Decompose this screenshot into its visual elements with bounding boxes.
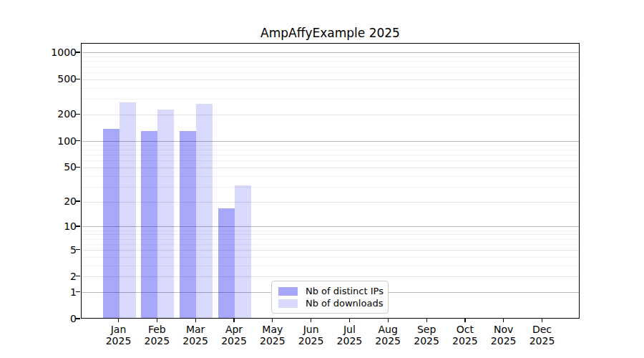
y-tick-label: 20 [0,195,77,207]
gridline [82,67,579,67]
bar-nb-of-distinct-ips-feb [141,131,157,318]
y-tick-mark [76,318,80,319]
x-tick-year: 2025 [519,335,565,347]
y-tick-mark [76,226,80,226]
y-tick-label: 5 [0,244,77,256]
y-tick-mark [76,200,80,201]
y-tick-label: 2 [0,271,77,282]
bar-nb-of-downloads-apr [235,185,251,318]
bar-nb-of-distinct-ips-mar [180,131,196,318]
x-tick-mark [157,319,157,322]
y-tick-mark [76,167,80,168]
x-tick-mark [233,319,234,322]
legend-swatch [278,299,298,308]
x-tick-label-dec: Dec2025 [519,324,565,347]
bar-nb-of-distinct-ips-apr [218,208,235,318]
bar-chart-figure: AmpAffyExample 2025 10005002001005020105… [0,0,644,358]
legend-label: Nb of distinct IPs [306,286,384,296]
x-tick-mark [349,319,350,322]
y-tick-label: 0 [0,313,77,324]
y-tick-label: 200 [0,108,77,120]
x-tick-mark [542,319,542,322]
gridline [82,115,579,115]
y-tick-label: 500 [0,73,77,84]
gridline [82,79,579,80]
y-tick-mark [76,52,80,52]
gridline [82,88,579,89]
y-tick-label: 1000 [0,47,77,58]
legend-swatch [278,287,298,296]
x-tick-month: Dec [519,324,565,335]
bar-nb-of-downloads-feb [157,110,174,318]
x-tick-mark [272,319,273,322]
x-tick-mark [464,319,465,322]
y-tick-label: 100 [0,135,77,147]
y-tick-mark [76,291,80,292]
y-tick-mark [76,276,80,276]
y-tick-mark [76,140,80,141]
legend-item-nb-of-downloads: Nb of downloads [278,298,381,309]
y-tick-label: 1 [0,286,77,298]
plot-area [81,43,580,319]
legend: Nb of distinct IPsNb of downloads [271,281,389,314]
x-tick-mark [426,319,427,322]
y-tick-mark [76,79,80,79]
gridline [82,57,579,57]
chart-title: AmpAffyExample 2025 [81,26,580,40]
y-tick-label: 10 [0,221,77,232]
gridline [82,52,579,53]
bar-nb-of-downloads-jan [119,102,136,318]
x-tick-mark [503,319,504,322]
y-tick-mark [76,249,80,250]
x-tick-mark [388,319,389,322]
gridline [82,99,579,100]
x-tick-mark [311,319,311,322]
bar-nb-of-downloads-mar [196,104,213,318]
gridline [82,61,579,62]
x-tick-mark [195,319,196,322]
bar-nb-of-distinct-ips-jan [103,129,119,318]
x-tick-mark [118,319,119,322]
y-tick-mark [76,114,80,115]
legend-label: Nb of downloads [306,298,383,309]
gridline [82,72,579,73]
legend-item-nb-of-distinct-ips: Nb of distinct IPs [278,286,381,296]
y-tick-label: 50 [0,161,77,173]
